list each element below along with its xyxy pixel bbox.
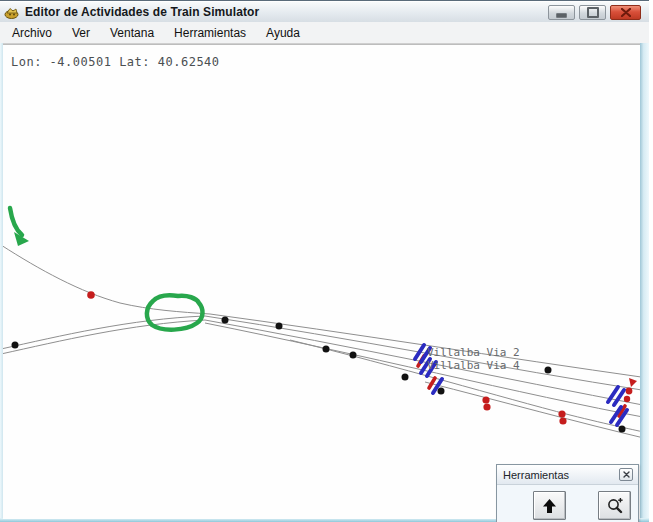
green-arrow <box>10 208 22 235</box>
menu-bar: Archivo Ver Ventana Herramientas Ayuda <box>0 22 649 44</box>
menu-ver[interactable]: Ver <box>63 24 99 42</box>
track-lines <box>3 245 640 439</box>
toolbox-close-button[interactable] <box>619 468 633 481</box>
zoom-in-icon <box>606 497 624 515</box>
minimize-icon <box>556 13 567 18</box>
place-marker-button[interactable] <box>533 491 566 520</box>
maximize-button[interactable] <box>579 5 606 20</box>
toolbox-title-bar[interactable]: Herramientas <box>497 465 638 485</box>
menu-archivo[interactable]: Archivo <box>3 24 61 42</box>
menu-herramientas[interactable]: Herramientas <box>165 24 255 42</box>
route-map[interactable]: Villalba Via 2 Villalba Via 4 <box>3 45 640 519</box>
title-bar[interactable]: Editor de Actividades de Train Simulator <box>0 2 649 23</box>
waypoint-dots <box>12 317 626 433</box>
app-icon <box>4 6 19 19</box>
app-window: Editor de Actividades de Train Simulator… <box>0 0 649 522</box>
station-label-via2: Villalba Via 2 <box>427 346 520 359</box>
minimize-button[interactable] <box>548 5 575 20</box>
maximize-icon <box>587 7 599 18</box>
menu-ventana[interactable]: Ventana <box>101 24 163 42</box>
window-frame-right <box>640 43 649 522</box>
toolbox-body <box>497 485 638 522</box>
herramientas-toolbox: Herramientas <box>496 464 639 522</box>
station-label-via4: Villalba Via 4 <box>427 359 520 372</box>
window-title: Editor de Actividades de Train Simulator <box>25 5 259 19</box>
close-icon <box>623 471 630 478</box>
toolbox-title: Herramientas <box>497 469 569 481</box>
close-icon <box>621 8 631 17</box>
menu-ayuda[interactable]: Ayuda <box>257 24 309 42</box>
up-arrow-icon <box>541 498 558 514</box>
route-map-canvas[interactable]: Lon: -4.00501 Lat: 40.62540 <box>3 44 640 519</box>
zoom-in-button[interactable] <box>598 491 631 520</box>
close-button[interactable] <box>610 5 641 20</box>
